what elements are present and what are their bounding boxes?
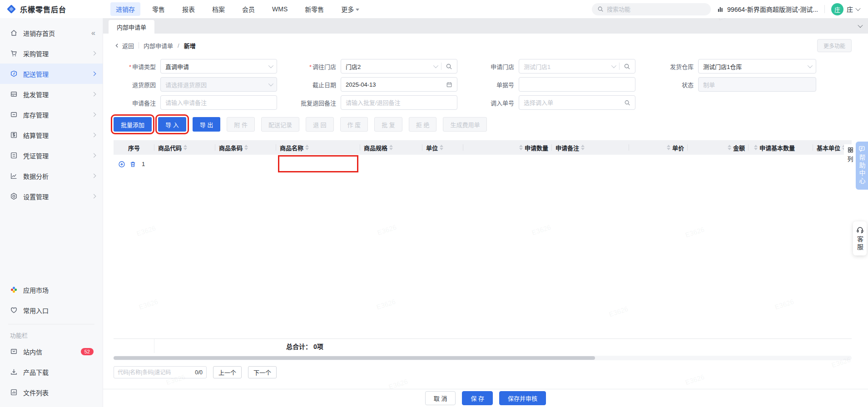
doc-no-field[interactable] [519, 77, 635, 92]
sidebar-item-wholesale[interactable]: 批发管理 [0, 84, 103, 104]
ship-warehouse-value: 测试门店1仓库 [703, 62, 804, 71]
cell-base-qty[interactable] [749, 155, 813, 173]
delete-row-icon[interactable] [129, 161, 136, 168]
search-icon[interactable] [624, 99, 630, 106]
deadline-input[interactable] [346, 81, 446, 88]
quick-search-input[interactable] [118, 369, 192, 376]
search-input[interactable] [607, 6, 705, 13]
col-base-qty[interactable]: 申请基本数量 [749, 140, 813, 155]
apply-type-select[interactable]: 直调申请 [160, 59, 277, 74]
apply-store-select[interactable]: 测试门店1 [519, 59, 635, 74]
cell-unit[interactable] [422, 155, 463, 173]
col-product-name[interactable]: 商品名称 [276, 140, 360, 155]
chevron-right-icon [92, 51, 96, 56]
help-center-tab[interactable]: 帮助中心 [856, 142, 868, 190]
sidebar-item-favorites[interactable]: 常用入口 [0, 300, 103, 320]
function-search[interactable] [592, 3, 711, 15]
cell-product-name[interactable] [276, 155, 360, 173]
user-menu[interactable]: 庄 庄 [831, 3, 860, 15]
transfer-in-no-field[interactable] [519, 95, 635, 110]
topnav-item-members[interactable]: 会员 [237, 2, 260, 16]
topnav-item-inventory[interactable]: 进销存 [110, 2, 140, 16]
column-config-button[interactable]: 列 [844, 144, 857, 166]
cell-apply-qty[interactable] [463, 155, 552, 173]
topnav-item-archives[interactable]: 档案 [207, 2, 230, 16]
sidebar-item-analytics[interactable]: 数据分析 [0, 166, 103, 186]
breadcrumb-parent[interactable]: 内部申请单 [144, 41, 173, 50]
save-and-audit-button[interactable]: 保存并审核 [499, 391, 546, 405]
customer-service-widget[interactable]: 客服 [853, 221, 867, 255]
table-header: 序号 商品代码 商品条码 商品名称 商品规格 单位 申请数量 申请备注 单价 金… [114, 140, 852, 155]
approve-remark-input[interactable] [346, 99, 452, 106]
col-apply-qty[interactable]: 申请数量 [463, 140, 552, 155]
tab-internal-application[interactable]: 内部申请单 [109, 20, 154, 34]
save-button[interactable]: 保 存 [462, 391, 493, 405]
sidebar-item-settings[interactable]: 设置管理 [0, 186, 103, 206]
col-apply-remark[interactable]: 申请备注 [552, 140, 629, 155]
col-spec[interactable]: 商品规格 [360, 140, 422, 155]
cell-unit-price[interactable] [629, 155, 688, 173]
help-center-label: 帮助中心 [859, 154, 865, 185]
sidebar-item-settlement[interactable]: 结算管理 [0, 125, 103, 145]
brand[interactable]: 乐檬零售后台 [6, 4, 104, 15]
search-icon[interactable] [624, 63, 630, 70]
topnav-item-retail[interactable]: 零售 [147, 2, 170, 16]
topnav-item-wms[interactable]: WMS [267, 3, 293, 15]
add-row-icon[interactable] [118, 161, 125, 168]
apply-remark-field[interactable] [160, 95, 277, 110]
apply-remark-label: 申请备注 [110, 98, 156, 107]
batch-add-button[interactable]: 批量添加 [114, 117, 152, 132]
topnav-item-new-retail[interactable]: 新零售 [299, 2, 329, 16]
cell-amount[interactable] [688, 155, 749, 173]
topnav-item-reports[interactable]: 报表 [177, 2, 200, 16]
back-button[interactable]: 返回 [114, 41, 134, 50]
tenant-name: 99664-新界面商超版测试-测试... [727, 5, 818, 14]
sidebar-item-stock[interactable]: 库存管理 [0, 104, 103, 125]
topnav-item-more[interactable]: 更多 [336, 2, 365, 16]
sidebar-item-home[interactable]: 进销存首页 « [0, 23, 103, 43]
quick-search-field[interactable]: 0/0 [114, 366, 207, 378]
sidebar-item-label: 凭证管理 [23, 151, 87, 160]
col-product-code[interactable]: 商品代码 [154, 140, 215, 155]
sidebar-item-product-download[interactable]: 产品下载 [0, 362, 103, 382]
sort-icon [581, 145, 585, 150]
sidebar-item-label: 配送管理 [23, 69, 87, 78]
file-chart-icon [10, 388, 18, 396]
sidebar-item-purchase[interactable]: 采购管理 [0, 43, 103, 64]
transfer-in-no-input[interactable] [524, 99, 624, 106]
more-functions-button[interactable]: 更多功能 [817, 39, 852, 52]
col-amount[interactable]: 金额 [688, 140, 749, 155]
cell-barcode[interactable] [215, 155, 276, 173]
tabbar-expand-button[interactable] [856, 22, 864, 30]
export-button[interactable]: 导 出 [193, 117, 221, 132]
import-button[interactable]: 导 入 [158, 117, 186, 132]
ship-warehouse-select[interactable]: 测试门店1仓库 [698, 59, 816, 74]
apply-remark-input[interactable] [165, 99, 272, 106]
tenant-selector[interactable]: 99664-新界面商超版测试-测试... [717, 5, 818, 14]
cell-spec[interactable] [360, 155, 422, 173]
search-icon[interactable] [446, 63, 452, 70]
return-reason-select[interactable]: 请选择退货原因 [160, 77, 277, 92]
col-unit[interactable]: 单位 [422, 140, 463, 155]
sidebar-collapse-icon[interactable]: « [91, 29, 95, 37]
status-label: 状态 [640, 80, 694, 89]
next-button[interactable]: 下一个 [248, 366, 277, 378]
approve-remark-field[interactable] [341, 95, 457, 110]
cancel-button[interactable]: 取 消 [425, 391, 456, 405]
sidebar-item-distribution[interactable]: 配送管理 [0, 64, 103, 84]
prev-button[interactable]: 上一个 [213, 366, 242, 378]
sidebar-item-messages[interactable]: 站内信 52 [0, 341, 103, 362]
sidebar-item-label: 文件列表 [23, 388, 95, 397]
sidebar-item-file-list[interactable]: 文件列表 [0, 382, 103, 402]
to-store-select[interactable]: 门店2 [341, 59, 457, 74]
cell-product-code[interactable] [154, 155, 215, 173]
sidebar-item-voucher[interactable]: 凭证管理 [0, 145, 103, 166]
col-unit-price[interactable]: 单价 [629, 140, 688, 155]
col-barcode[interactable]: 商品条码 [215, 140, 276, 155]
scrollbar-thumb[interactable] [114, 356, 595, 360]
horizontal-scrollbar[interactable] [114, 356, 852, 360]
doc-no-input[interactable] [524, 81, 630, 88]
sidebar-item-app-market[interactable]: 应用市场 [0, 280, 103, 300]
cell-apply-remark[interactable] [552, 155, 629, 173]
deadline-date-field[interactable] [341, 77, 457, 92]
